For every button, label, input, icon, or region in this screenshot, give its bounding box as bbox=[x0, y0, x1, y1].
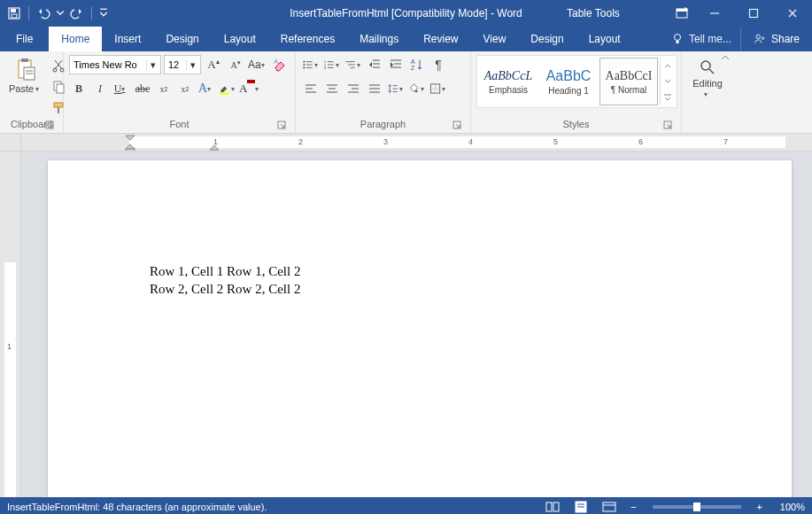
zoom-out-button[interactable]: − bbox=[627, 502, 639, 512]
numbering-button[interactable]: 123▾ bbox=[322, 55, 342, 74]
collapse-ribbon-icon[interactable] bbox=[721, 53, 730, 62]
dialog-launcher-icon[interactable] bbox=[663, 121, 674, 131]
zoom-thumb[interactable] bbox=[693, 502, 700, 511]
dialog-launcher-icon[interactable] bbox=[45, 121, 56, 131]
line-spacing-icon bbox=[386, 81, 399, 97]
save-icon[interactable] bbox=[7, 6, 21, 20]
increase-indent-button[interactable] bbox=[386, 55, 406, 74]
undo-icon[interactable] bbox=[36, 6, 50, 20]
ruler-tick: 7 bbox=[723, 137, 728, 146]
page[interactable]: Row 1, Cell 1 Row 1, Cell 2 Row 2, Cell … bbox=[48, 160, 792, 497]
borders-button[interactable]: ▾ bbox=[429, 79, 448, 98]
font-size-combo[interactable]: ▾ bbox=[164, 55, 201, 74]
undo-dropdown-icon[interactable] bbox=[56, 6, 65, 20]
subscript-button[interactable]: x2 bbox=[154, 79, 174, 98]
tab-view[interactable]: View bbox=[471, 27, 519, 51]
web-layout-button[interactable] bbox=[599, 497, 620, 514]
shrink-font-button[interactable]: A▾ bbox=[226, 55, 245, 74]
qat-customize-icon[interactable] bbox=[99, 6, 108, 20]
strikethrough-button[interactable]: abc bbox=[133, 79, 152, 98]
group-paragraph: ▾ 123▾ ▾ AZ ¶ ▾ ▾ ▾ P bbox=[296, 51, 471, 133]
tab-layout[interactable]: Layout bbox=[212, 27, 268, 51]
close-button[interactable] bbox=[773, 0, 812, 27]
sort-button[interactable]: AZ bbox=[407, 55, 427, 74]
font-name-input[interactable] bbox=[70, 56, 146, 74]
gallery-scroll-up[interactable] bbox=[661, 58, 675, 74]
tab-table-design[interactable]: Design bbox=[518, 27, 576, 51]
numbering-icon: 123 bbox=[322, 57, 336, 73]
svg-rect-74 bbox=[126, 149, 135, 151]
svg-rect-75 bbox=[546, 502, 552, 511]
change-case-button[interactable]: Aa▾ bbox=[248, 55, 267, 74]
redo-icon[interactable] bbox=[70, 6, 84, 20]
style-normal[interactable]: AaBbCcI ¶ Normal bbox=[599, 58, 658, 105]
show-marks-button[interactable]: ¶ bbox=[429, 55, 448, 74]
share-label: Share bbox=[771, 33, 800, 45]
tab-design[interactable]: Design bbox=[153, 27, 211, 51]
font-size-input[interactable] bbox=[165, 56, 186, 74]
align-left-button[interactable] bbox=[301, 79, 321, 98]
underline-button[interactable]: U▾ bbox=[112, 79, 131, 98]
decrease-indent-button[interactable] bbox=[365, 55, 384, 74]
justify-button[interactable] bbox=[365, 79, 384, 98]
svg-rect-26 bbox=[247, 80, 255, 83]
ribbon-display-icon[interactable] bbox=[669, 0, 695, 27]
ribbon-tabs: File Home Insert Design Layout Reference… bbox=[0, 27, 812, 51]
svg-rect-5 bbox=[677, 9, 687, 12]
svg-rect-22 bbox=[58, 107, 59, 113]
dialog-launcher-icon[interactable] bbox=[277, 121, 288, 131]
highlight-button[interactable]: ▾ bbox=[218, 79, 237, 98]
status-text: InsertTableFromHtml: 48 characters (an a… bbox=[7, 502, 267, 512]
grow-font-button[interactable]: A▴ bbox=[204, 55, 223, 74]
indent-marker-icon[interactable] bbox=[209, 143, 220, 151]
tab-file[interactable]: File bbox=[0, 27, 49, 51]
bullets-button[interactable]: ▾ bbox=[301, 55, 321, 74]
dialog-launcher-icon[interactable] bbox=[452, 121, 463, 131]
minimize-button[interactable] bbox=[695, 0, 734, 27]
tab-mailings[interactable]: Mailings bbox=[347, 27, 411, 51]
align-right-button[interactable] bbox=[344, 79, 363, 98]
zoom-slider[interactable] bbox=[653, 505, 741, 509]
text-effects-button[interactable]: A▾ bbox=[197, 79, 216, 98]
paste-button[interactable]: Paste▾ bbox=[5, 55, 46, 96]
align-center-button[interactable] bbox=[322, 79, 342, 98]
superscript-button[interactable]: x2 bbox=[175, 79, 195, 98]
read-mode-icon bbox=[545, 501, 560, 513]
document-line[interactable]: Row 1, Cell 1 Row 1, Cell 2 bbox=[150, 262, 792, 280]
gallery-scroll-down[interactable] bbox=[661, 74, 675, 90]
group-clipboard: Paste▾ Clipboard bbox=[0, 51, 64, 133]
share-button[interactable]: Share bbox=[740, 27, 812, 51]
tab-home[interactable]: Home bbox=[49, 27, 102, 51]
style-emphasis[interactable]: AaBbCcL Emphasis bbox=[479, 58, 537, 105]
read-mode-button[interactable] bbox=[542, 497, 563, 514]
style-heading1[interactable]: AaBbC Heading 1 bbox=[539, 58, 598, 105]
document-line[interactable]: Row 2, Cell 2 Row 2, Cell 2 bbox=[150, 280, 792, 298]
tab-table-layout[interactable]: Layout bbox=[576, 27, 633, 51]
font-color-button[interactable]: A▾ bbox=[239, 79, 259, 98]
svg-rect-25 bbox=[220, 92, 229, 95]
clear-formatting-button[interactable]: A bbox=[270, 55, 290, 74]
zoom-level[interactable]: 100% bbox=[773, 502, 805, 512]
tell-me-search[interactable]: Tell me... bbox=[662, 27, 740, 51]
svg-rect-76 bbox=[553, 502, 559, 511]
vertical-ruler[interactable]: 1 bbox=[0, 152, 21, 497]
chevron-down-icon[interactable]: ▾ bbox=[146, 59, 159, 71]
multilevel-list-button[interactable]: ▾ bbox=[344, 55, 363, 74]
zoom-in-button[interactable]: + bbox=[754, 502, 766, 512]
font-name-combo[interactable]: ▾ bbox=[69, 55, 161, 74]
bold-button[interactable]: B bbox=[69, 79, 89, 98]
svg-rect-9 bbox=[676, 41, 678, 43]
horizontal-ruler[interactable]: 1 2 3 4 5 6 7 bbox=[0, 134, 812, 152]
chevron-down-icon[interactable]: ▾ bbox=[186, 59, 198, 71]
print-layout-button[interactable] bbox=[570, 497, 592, 514]
tab-references[interactable]: References bbox=[268, 27, 347, 51]
indent-marker-icon[interactable] bbox=[125, 135, 135, 151]
italic-button[interactable]: I bbox=[90, 79, 110, 98]
group-label-paragraph: Paragraph bbox=[360, 119, 406, 129]
maximize-button[interactable] bbox=[734, 0, 773, 27]
shading-button[interactable]: ▾ bbox=[407, 79, 427, 98]
tab-review[interactable]: Review bbox=[411, 27, 470, 51]
tab-insert[interactable]: Insert bbox=[102, 27, 153, 51]
gallery-more[interactable] bbox=[661, 90, 675, 105]
line-spacing-button[interactable]: ▾ bbox=[386, 79, 406, 98]
